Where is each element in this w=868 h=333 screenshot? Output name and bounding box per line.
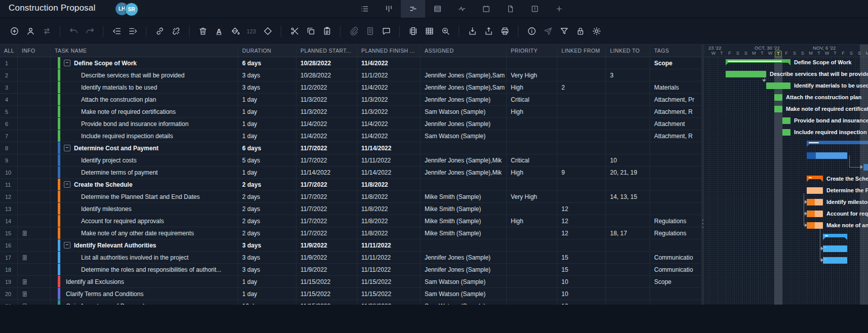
cell-planned-finish[interactable]: 11/3/2022	[357, 94, 421, 105]
cell-assigned[interactable]	[421, 239, 507, 251]
cell-duration[interactable]: 1 day	[238, 118, 296, 130]
cell-priority[interactable]	[507, 276, 557, 287]
cell-duration[interactable]: 2 days	[238, 179, 296, 190]
cell-duration[interactable]: 1 day	[238, 166, 296, 178]
cell-info[interactable]	[18, 276, 51, 287]
cell-info[interactable]	[18, 191, 51, 202]
cell-planned-finish[interactable]: 11/11/2022	[357, 252, 421, 263]
cell-linked-from[interactable]	[557, 154, 606, 166]
cell-linked-to[interactable]: 3	[606, 69, 650, 81]
cell-assigned[interactable]: Sam Watson (Sample)	[421, 288, 507, 300]
gantt-task-bar[interactable]	[774, 106, 782, 112]
cell-assigned[interactable]: Mike Smith (Sample)	[421, 227, 507, 239]
row-number[interactable]: 13	[0, 203, 18, 215]
gantt-task-bar[interactable]	[807, 152, 847, 159]
cell-linked-to[interactable]	[606, 94, 650, 105]
cell-planned-finish[interactable]: 11/28/2022	[357, 300, 421, 305]
user-button[interactable]	[24, 25, 37, 38]
row-number[interactable]: 7	[0, 130, 18, 142]
cell-planned-finish[interactable]: 11/4/2022	[357, 130, 421, 142]
cell-task-name[interactable]: Provide bond and insurance information	[51, 118, 238, 130]
cell-task-name[interactable]: Determine the Planned Start and End Date…	[51, 191, 238, 202]
cell-task-name[interactable]: Identify project costs	[51, 154, 238, 166]
cell-duration[interactable]: 2 days	[238, 215, 296, 227]
zoom-in-button[interactable]	[439, 25, 452, 38]
cell-linked-to[interactable]	[606, 106, 650, 117]
cell-task-name[interactable]: Make note of any other date requirements	[51, 227, 238, 239]
cell-priority[interactable]	[507, 118, 557, 130]
cell-priority[interactable]	[507, 252, 557, 263]
cell-duration[interactable]: 2 days	[238, 191, 296, 202]
cell-assigned[interactable]: Jennifer Jones (Sample),Mik	[421, 166, 507, 178]
font-color-button[interactable]: A	[212, 25, 225, 38]
view-tab-activity[interactable]	[449, 0, 474, 18]
cell-task-name[interactable]: Identify materials to be used	[51, 81, 238, 93]
col-header-linked-to[interactable]: LINKED TO	[606, 45, 650, 57]
gantt-summary-bar[interactable]	[807, 176, 823, 182]
cell-info[interactable]	[18, 142, 51, 154]
cell-assigned[interactable]	[421, 179, 507, 190]
cell-planned-start[interactable]: 11/4/2022	[296, 118, 357, 130]
copy-button[interactable]	[304, 25, 317, 38]
cell-assigned[interactable]: Jennifer Jones (Sample),Sam	[421, 69, 507, 81]
cell-task-name[interactable]: Make note of required certifications	[51, 106, 238, 117]
row-number[interactable]: 4	[0, 94, 18, 105]
cell-planned-start[interactable]: 11/14/2022	[296, 166, 357, 178]
row-number[interactable]: 21	[0, 300, 18, 305]
cell-planned-start[interactable]: 11/2/2022	[296, 81, 357, 93]
cell-assigned[interactable]: Sam Watson (Sample)	[421, 130, 507, 142]
cell-priority[interactable]: High	[507, 81, 557, 93]
cell-duration[interactable]: 6 days	[238, 57, 296, 69]
cell-linked-from[interactable]	[557, 94, 606, 105]
cell-linked-from[interactable]: 12	[557, 203, 606, 215]
cell-priority[interactable]	[507, 203, 557, 215]
cell-info[interactable]	[18, 215, 51, 227]
cell-task-name[interactable]: Gain Acceptance of Proposal	[51, 300, 238, 305]
row-number[interactable]: 10	[0, 166, 18, 178]
undo-button[interactable]	[67, 25, 80, 38]
shape-diamond-button[interactable]	[261, 25, 274, 38]
cell-planned-start[interactable]: 11/9/2022	[296, 252, 357, 263]
cell-priority[interactable]	[507, 264, 557, 275]
view-tab-rows[interactable]	[425, 0, 449, 18]
col-header-planned-start[interactable]: PLANNED START...	[296, 45, 357, 57]
filter-button[interactable]	[557, 25, 571, 38]
cell-linked-to[interactable]	[606, 81, 650, 93]
collapse-toggle[interactable]: −	[64, 181, 70, 188]
export-button[interactable]	[482, 25, 495, 38]
cell-tags[interactable]	[650, 142, 702, 154]
fill-color-button[interactable]	[229, 25, 242, 38]
cell-priority[interactable]: Very High	[507, 69, 557, 81]
cell-linked-from[interactable]	[557, 69, 606, 81]
cell-linked-from[interactable]: 12	[557, 227, 606, 239]
cell-linked-from[interactable]	[557, 191, 606, 202]
cell-planned-start[interactable]: 11/15/2022	[296, 288, 357, 300]
cell-linked-from[interactable]	[557, 179, 606, 190]
cell-priority[interactable]	[507, 239, 557, 251]
cell-info[interactable]	[18, 288, 51, 300]
cell-assigned[interactable]	[421, 57, 507, 69]
cell-linked-from[interactable]: 2	[557, 81, 606, 93]
cell-planned-start[interactable]: 11/15/2022	[296, 276, 357, 287]
cell-linked-to[interactable]	[606, 264, 650, 275]
cell-assigned[interactable]: Sam Watson (Sample)	[421, 276, 507, 287]
cell-assigned[interactable]: Mike Smith (Sample)	[421, 203, 507, 215]
cell-info[interactable]	[18, 300, 51, 305]
cell-priority[interactable]	[507, 179, 557, 190]
row-number[interactable]: 19	[0, 276, 18, 287]
view-tab-list[interactable]	[352, 0, 376, 18]
view-tab-calendar[interactable]	[474, 0, 498, 18]
col-header-task-name[interactable]: TASK NAME	[51, 45, 238, 57]
cell-tags[interactable]	[650, 191, 702, 202]
cell-assigned[interactable]: Jennifer Jones (Sample)	[421, 118, 507, 130]
cell-assigned[interactable]: Mike Smith (Sample)	[421, 215, 507, 227]
cell-tags[interactable]: Communicatio	[650, 264, 702, 275]
vertical-scrollbar[interactable]	[860, 45, 868, 305]
row-number[interactable]: 16	[0, 239, 18, 251]
gantt-task-bar[interactable]	[766, 82, 790, 89]
cell-priority[interactable]: High	[507, 166, 557, 178]
gantt-task-bar[interactable]	[823, 257, 847, 264]
cell-assigned[interactable]	[421, 142, 507, 154]
print-button[interactable]	[498, 25, 511, 38]
cell-linked-from[interactable]: 10	[557, 300, 606, 305]
